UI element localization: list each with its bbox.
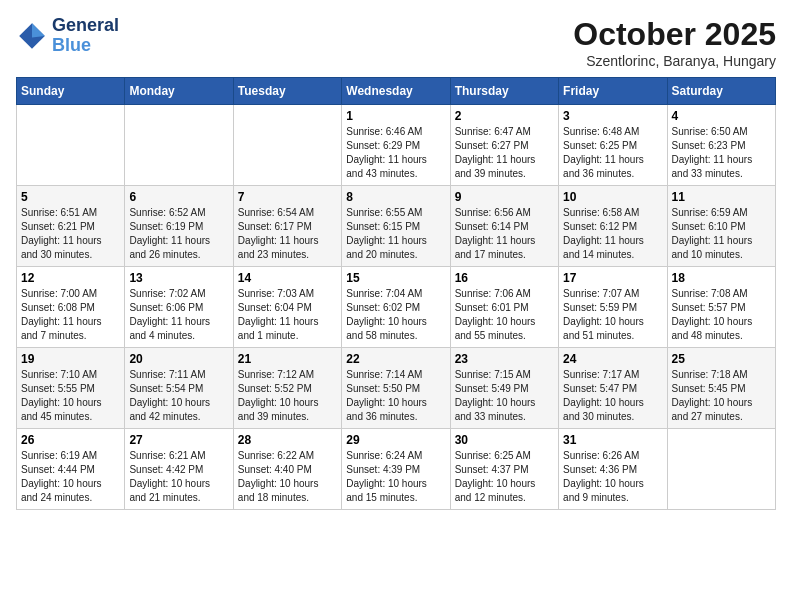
weekday-header-wednesday: Wednesday (342, 78, 450, 105)
calendar-cell: 20Sunrise: 7:11 AMSunset: 5:54 PMDayligh… (125, 348, 233, 429)
day-info: Sunrise: 7:14 AMSunset: 5:50 PMDaylight:… (346, 368, 445, 424)
day-info: Sunrise: 6:56 AMSunset: 6:14 PMDaylight:… (455, 206, 554, 262)
day-info: Sunrise: 7:18 AMSunset: 5:45 PMDaylight:… (672, 368, 771, 424)
calendar-cell (233, 105, 341, 186)
week-row-3: 19Sunrise: 7:10 AMSunset: 5:55 PMDayligh… (17, 348, 776, 429)
day-info: Sunrise: 6:21 AMSunset: 4:42 PMDaylight:… (129, 449, 228, 505)
day-number: 21 (238, 352, 337, 366)
calendar-cell: 30Sunrise: 6:25 AMSunset: 4:37 PMDayligh… (450, 429, 558, 510)
calendar-cell: 27Sunrise: 6:21 AMSunset: 4:42 PMDayligh… (125, 429, 233, 510)
day-info: Sunrise: 7:07 AMSunset: 5:59 PMDaylight:… (563, 287, 662, 343)
calendar-cell: 8Sunrise: 6:55 AMSunset: 6:15 PMDaylight… (342, 186, 450, 267)
day-number: 28 (238, 433, 337, 447)
svg-marker-1 (32, 23, 45, 37)
location-subtitle: Szentlorinc, Baranya, Hungary (573, 53, 776, 69)
day-info: Sunrise: 6:51 AMSunset: 6:21 PMDaylight:… (21, 206, 120, 262)
day-number: 10 (563, 190, 662, 204)
day-info: Sunrise: 6:47 AMSunset: 6:27 PMDaylight:… (455, 125, 554, 181)
day-info: Sunrise: 6:55 AMSunset: 6:15 PMDaylight:… (346, 206, 445, 262)
day-info: Sunrise: 6:54 AMSunset: 6:17 PMDaylight:… (238, 206, 337, 262)
day-info: Sunrise: 6:48 AMSunset: 6:25 PMDaylight:… (563, 125, 662, 181)
day-info: Sunrise: 7:04 AMSunset: 6:02 PMDaylight:… (346, 287, 445, 343)
calendar-cell: 22Sunrise: 7:14 AMSunset: 5:50 PMDayligh… (342, 348, 450, 429)
weekday-header-row: SundayMondayTuesdayWednesdayThursdayFrid… (17, 78, 776, 105)
day-info: Sunrise: 7:12 AMSunset: 5:52 PMDaylight:… (238, 368, 337, 424)
day-number: 14 (238, 271, 337, 285)
week-row-2: 12Sunrise: 7:00 AMSunset: 6:08 PMDayligh… (17, 267, 776, 348)
logo-text: General Blue (52, 16, 119, 56)
calendar-cell: 21Sunrise: 7:12 AMSunset: 5:52 PMDayligh… (233, 348, 341, 429)
calendar-cell: 5Sunrise: 6:51 AMSunset: 6:21 PMDaylight… (17, 186, 125, 267)
weekday-header-friday: Friday (559, 78, 667, 105)
weekday-header-saturday: Saturday (667, 78, 775, 105)
day-number: 4 (672, 109, 771, 123)
calendar-cell: 17Sunrise: 7:07 AMSunset: 5:59 PMDayligh… (559, 267, 667, 348)
calendar-cell: 24Sunrise: 7:17 AMSunset: 5:47 PMDayligh… (559, 348, 667, 429)
day-info: Sunrise: 6:59 AMSunset: 6:10 PMDaylight:… (672, 206, 771, 262)
day-info: Sunrise: 6:58 AMSunset: 6:12 PMDaylight:… (563, 206, 662, 262)
day-number: 7 (238, 190, 337, 204)
day-number: 15 (346, 271, 445, 285)
day-number: 16 (455, 271, 554, 285)
calendar-cell: 15Sunrise: 7:04 AMSunset: 6:02 PMDayligh… (342, 267, 450, 348)
calendar-cell: 16Sunrise: 7:06 AMSunset: 6:01 PMDayligh… (450, 267, 558, 348)
calendar-cell (667, 429, 775, 510)
title-block: October 2025 Szentlorinc, Baranya, Hunga… (573, 16, 776, 69)
day-number: 20 (129, 352, 228, 366)
calendar-cell: 9Sunrise: 6:56 AMSunset: 6:14 PMDaylight… (450, 186, 558, 267)
day-info: Sunrise: 6:19 AMSunset: 4:44 PMDaylight:… (21, 449, 120, 505)
month-title: October 2025 (573, 16, 776, 53)
day-number: 11 (672, 190, 771, 204)
day-info: Sunrise: 7:03 AMSunset: 6:04 PMDaylight:… (238, 287, 337, 343)
day-number: 8 (346, 190, 445, 204)
day-number: 24 (563, 352, 662, 366)
calendar-cell: 29Sunrise: 6:24 AMSunset: 4:39 PMDayligh… (342, 429, 450, 510)
day-info: Sunrise: 7:08 AMSunset: 5:57 PMDaylight:… (672, 287, 771, 343)
calendar-cell: 4Sunrise: 6:50 AMSunset: 6:23 PMDaylight… (667, 105, 775, 186)
day-info: Sunrise: 7:06 AMSunset: 6:01 PMDaylight:… (455, 287, 554, 343)
day-number: 29 (346, 433, 445, 447)
week-row-0: 1Sunrise: 6:46 AMSunset: 6:29 PMDaylight… (17, 105, 776, 186)
day-info: Sunrise: 6:24 AMSunset: 4:39 PMDaylight:… (346, 449, 445, 505)
day-info: Sunrise: 7:17 AMSunset: 5:47 PMDaylight:… (563, 368, 662, 424)
day-info: Sunrise: 6:26 AMSunset: 4:36 PMDaylight:… (563, 449, 662, 505)
calendar-cell: 18Sunrise: 7:08 AMSunset: 5:57 PMDayligh… (667, 267, 775, 348)
calendar-cell: 3Sunrise: 6:48 AMSunset: 6:25 PMDaylight… (559, 105, 667, 186)
day-number: 9 (455, 190, 554, 204)
day-number: 19 (21, 352, 120, 366)
day-info: Sunrise: 7:00 AMSunset: 6:08 PMDaylight:… (21, 287, 120, 343)
calendar-cell (125, 105, 233, 186)
calendar-cell: 7Sunrise: 6:54 AMSunset: 6:17 PMDaylight… (233, 186, 341, 267)
day-number: 3 (563, 109, 662, 123)
calendar-cell: 19Sunrise: 7:10 AMSunset: 5:55 PMDayligh… (17, 348, 125, 429)
calendar-cell: 10Sunrise: 6:58 AMSunset: 6:12 PMDayligh… (559, 186, 667, 267)
day-number: 13 (129, 271, 228, 285)
day-number: 30 (455, 433, 554, 447)
day-info: Sunrise: 7:02 AMSunset: 6:06 PMDaylight:… (129, 287, 228, 343)
logo-icon (16, 20, 48, 52)
day-info: Sunrise: 6:22 AMSunset: 4:40 PMDaylight:… (238, 449, 337, 505)
day-info: Sunrise: 6:50 AMSunset: 6:23 PMDaylight:… (672, 125, 771, 181)
day-info: Sunrise: 6:52 AMSunset: 6:19 PMDaylight:… (129, 206, 228, 262)
day-info: Sunrise: 6:25 AMSunset: 4:37 PMDaylight:… (455, 449, 554, 505)
weekday-header-tuesday: Tuesday (233, 78, 341, 105)
calendar-cell: 11Sunrise: 6:59 AMSunset: 6:10 PMDayligh… (667, 186, 775, 267)
day-info: Sunrise: 7:10 AMSunset: 5:55 PMDaylight:… (21, 368, 120, 424)
page-header: General Blue October 2025 Szentlorinc, B… (16, 16, 776, 69)
day-number: 17 (563, 271, 662, 285)
calendar-cell: 6Sunrise: 6:52 AMSunset: 6:19 PMDaylight… (125, 186, 233, 267)
calendar-cell (17, 105, 125, 186)
day-number: 22 (346, 352, 445, 366)
calendar-cell: 12Sunrise: 7:00 AMSunset: 6:08 PMDayligh… (17, 267, 125, 348)
week-row-1: 5Sunrise: 6:51 AMSunset: 6:21 PMDaylight… (17, 186, 776, 267)
day-number: 26 (21, 433, 120, 447)
day-number: 1 (346, 109, 445, 123)
week-row-4: 26Sunrise: 6:19 AMSunset: 4:44 PMDayligh… (17, 429, 776, 510)
weekday-header-monday: Monday (125, 78, 233, 105)
day-number: 5 (21, 190, 120, 204)
calendar-cell: 28Sunrise: 6:22 AMSunset: 4:40 PMDayligh… (233, 429, 341, 510)
calendar-cell: 1Sunrise: 6:46 AMSunset: 6:29 PMDaylight… (342, 105, 450, 186)
day-number: 31 (563, 433, 662, 447)
logo: General Blue (16, 16, 119, 56)
calendar-cell: 23Sunrise: 7:15 AMSunset: 5:49 PMDayligh… (450, 348, 558, 429)
